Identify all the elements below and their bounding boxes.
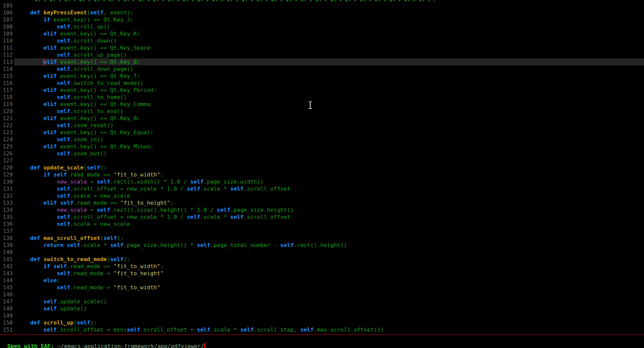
status-info: (1, 59)Top[2018-06-28]22:12Thursday [539,342,643,348]
code-text: self.update() [17,305,87,312]
code-text: elif event.key() == Qt.Key_Period: [17,87,157,94]
code-line[interactable]: 140 [0,249,644,256]
code-line[interactable]: 109 elif event.key() == Qt.Key_K: [0,30,644,37]
line-number: 133 [0,199,13,206]
code-line[interactable]: 121 elif event.key() == Qt.Key_0: [0,115,644,122]
text-cursor [43,59,44,65]
line-number: 108 [0,23,13,30]
line-number: 119 [0,101,13,108]
line-number: 110 [0,37,13,44]
code-line[interactable]: 133 elif self.read_mode == "fit_to_heigh… [0,199,644,206]
code-text: self.read_mode = "fit_to_width" [17,284,160,291]
line-number: 138 [0,235,13,242]
code-line[interactable]: 136 self.scale = new_scale [0,220,644,228]
line-number: 128 [0,164,13,171]
code-text: return self.scale * self.page_size.heigh… [17,242,347,249]
code-line[interactable]: 122 self.zoom_reset() [0,122,644,129]
code-line[interactable]: 139 return self.scale * self.page_size.h… [0,242,644,249]
mouse-cursor-ibeam [308,101,312,109]
code-line[interactable]: 148 self.update() [0,305,644,312]
code-text: elif self.read_mode == "fit_to_height": [17,199,174,206]
code-line[interactable]: 135 self.scroll_offset = new_scale * 1.0… [0,213,644,220]
code-line[interactable]: 115 elif event.key() == Qt.Key_T: [0,72,644,80]
code-line[interactable]: 137 [0,228,644,235]
code-buffer[interactable]: 105106 def keyPressEvent(self, event):10… [0,2,644,333]
code-line[interactable]: 131 self.scroll_offset = new_scale * 1.0… [0,185,644,192]
code-text: if self.read_mode == "fit_to_width": [17,263,164,270]
code-text: self.scroll_up() [17,23,110,30]
emacs-frame: { "colors": { "background": "#000000", "… [0,0,644,348]
code-line[interactable]: 106 def keyPressEvent(self, event): [0,9,644,16]
code-line[interactable]: 118 self.scroll_to_home() [0,94,644,101]
code-line[interactable]: 146 [0,291,644,298]
line-number: 132 [0,192,13,199]
minibuffer-input[interactable]: ~/emacs-application-framework/app/pdfvie… [57,343,204,348]
line-number: 126 [0,150,13,157]
code-line[interactable]: 108 self.scroll_up() [0,23,644,30]
line-number: 122 [0,122,13,129]
line-number: 136 [0,220,13,228]
code-text: if self.read_mode == "fit_to_width": [17,171,164,178]
line-number: 116 [0,80,13,87]
code-line[interactable]: 144 else: [0,277,644,284]
code-line[interactable]: 125 elif event.key() == Qt.Key_Minus: [0,143,644,150]
code-line[interactable]: 149 [0,312,644,319]
code-line[interactable]: 143 self.read_mode = "fit_to_height" [0,270,644,277]
code-line[interactable]: 114 self.scroll_down_page() [0,65,644,72]
line-number: 118 [0,94,13,101]
code-text: def keyPressEvent(self, event): [17,9,134,16]
code-text: self.read_mode = "fit_to_height" [17,270,164,277]
mode-line [0,334,644,335]
line-number: 107 [0,16,13,23]
code-text: elif event.key() == Qt.Key_0: [17,115,140,122]
code-line[interactable]: 150 def scroll_up(self): [0,319,644,326]
code-line[interactable]: 147 self.update_scale() [0,298,644,305]
code-line[interactable]: 110 self.scroll_down() [0,37,644,44]
code-line[interactable]: 142 if self.read_mode == "fit_to_width": [0,263,644,270]
line-number: 129 [0,171,13,178]
code-text: elif event.key() == Qt.Key_Space: [17,44,153,51]
code-line[interactable]: 124 self.zoom_in() [0,136,644,143]
code-text: self.scroll_offset = new_scale * 1.0 / s… [17,185,290,192]
code-line[interactable]: 117 elif event.key() == Qt.Key_Period: [0,87,644,94]
line-number: 113 [0,58,13,65]
code-text: def switch_to_read_mode(self): [17,256,130,263]
code-text: def update_scale(self): [17,164,107,171]
code-line[interactable]: 119 elif event.key() == Qt.Key_Comma: [0,101,644,108]
line-number: 112 [0,51,13,58]
line-number: 109 [0,30,13,37]
code-text: elif event.key() == Qt.Key_Comma: [17,101,153,108]
code-line[interactable]: 138 def max_scroll_offset(self): [0,235,644,242]
code-line[interactable]: 116 self.switch_to_read_mode() [0,80,644,87]
code-line[interactable]: 123 elif event.key() == Qt.Key_Equal: [0,129,644,136]
code-line[interactable]: 132 self.scale = new_scale [0,192,644,199]
code-line[interactable]: 127 [0,157,644,164]
code-line[interactable]: 130 new_scale = self.rect().width() * 1.… [0,178,644,185]
code-line[interactable]: 129 if self.read_mode == "fit_to_width": [0,171,644,178]
code-line[interactable]: 128 def update_scale(self): [0,164,644,171]
code-line[interactable]: 134 new_scale = self.rect().size().heigh… [0,206,644,213]
code-text: self.scroll_to_home() [17,94,127,101]
code-text: self.update_scale() [17,298,107,305]
code-text: elif event.key() == Qt.Key_T: [17,72,140,80]
line-number: 149 [0,312,13,319]
ibeam-stem [310,102,311,108]
line-number: 117 [0,87,13,94]
line-number: 145 [0,284,13,291]
minibuffer-prompt: Open with EAF: [7,343,57,348]
minibuffer[interactable]: Open with EAF: ~/emacs-application-frame… [1,335,205,343]
code-line[interactable]: 151 self.scroll_offset = min(self.scroll… [0,326,644,333]
code-line[interactable]: 113 elif event.key() == Qt.Key_B: [0,58,644,65]
code-line[interactable]: 112 self.scroll_up_page() [0,51,644,58]
line-number: 114 [0,65,13,72]
code-line[interactable]: 141 def switch_to_read_mode(self): [0,256,644,263]
code-text: self.scale = new_scale [17,192,130,199]
code-line[interactable]: 105 [0,2,644,9]
ibeam-bottom-cap [309,108,312,109]
line-number: 131 [0,185,13,192]
code-line[interactable]: 145 self.read_mode = "fit_to_width" [0,284,644,291]
code-line[interactable]: 111 elif event.key() == Qt.Key_Space: [0,44,644,51]
code-line[interactable]: 107 if event.key() == Qt.Key_J: [0,16,644,23]
code-line[interactable]: 126 self.zoom_out() [0,150,644,157]
code-line[interactable]: 120 self.scroll_to_end() [0,108,644,115]
